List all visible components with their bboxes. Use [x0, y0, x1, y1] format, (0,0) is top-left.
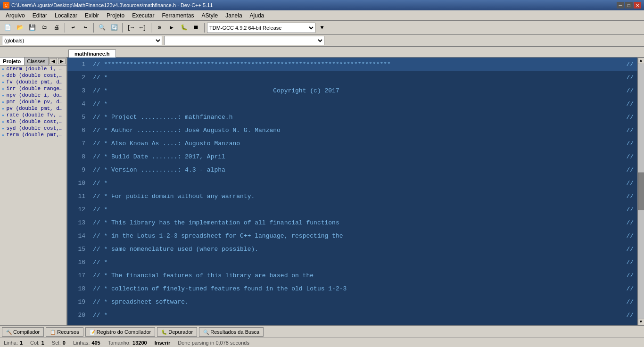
code-row-1[interactable]: 1// ************************************…	[67, 58, 637, 71]
separator-3	[122, 23, 123, 33]
line-content-11: // * For public domain without any warra…	[91, 190, 619, 203]
line-end-11: //	[619, 190, 637, 203]
print-button[interactable]: 🖨	[51, 22, 62, 33]
sidebar-item-7[interactable]: rate (double fv, do...	[0, 112, 66, 118]
line-end-10: //	[619, 176, 637, 190]
sidebar-item-6[interactable]: pv (double pmt, do...	[0, 105, 66, 112]
line-end-7: //	[619, 137, 637, 150]
menu-item-astyle[interactable]: AStyle	[198, 11, 222, 20]
compile-button[interactable]: ⚙	[154, 22, 165, 33]
bottom-tab-icon-2: 📝	[90, 330, 95, 335]
menu-item-ferramentas[interactable]: Ferramentas	[158, 11, 198, 20]
sidebar-item-8[interactable]: sln (double cost, do...	[0, 118, 66, 125]
code-row-5[interactable]: 5// * Project ..........: mathfinance.h …	[67, 110, 637, 124]
code-row-12[interactable]: 12// * //	[67, 203, 637, 216]
close-button[interactable]: ✕	[634, 2, 641, 8]
sidebar-item-4[interactable]: npv (double i, doub...	[0, 92, 66, 99]
save-button[interactable]: 💾	[26, 22, 38, 33]
globals-select[interactable]: (globals)	[2, 36, 162, 45]
compiler-select-arrow[interactable]: ▼	[316, 22, 328, 33]
sidebar-nav-right[interactable]: ▶	[58, 58, 66, 64]
run-button[interactable]: ▶	[166, 22, 177, 33]
find-button[interactable]: 🔍	[96, 22, 107, 33]
menu-item-ajuda[interactable]: Ajuda	[246, 11, 268, 20]
bottom-tab-1[interactable]: 📋Recursos	[46, 327, 83, 337]
line-number-10: 10	[67, 176, 91, 190]
minimize-button[interactable]: ─	[617, 2, 624, 8]
menu-item-projeto[interactable]: Projeto	[103, 11, 128, 20]
vertical-scrollbar[interactable]: ▲ ▼	[637, 58, 644, 325]
scope-select[interactable]	[164, 36, 324, 45]
code-row-18[interactable]: 18// * collection of finely-tuned featur…	[67, 282, 637, 295]
title-bar-left: C C:\Users\Augusto\Desktop\MathFinance12…	[3, 2, 213, 8]
code-row-7[interactable]: 7// * Also Known As ....: Augusto Manzan…	[67, 137, 637, 150]
bottom-tab-label-2: Registro do Compilador	[97, 329, 151, 335]
code-row-2[interactable]: 2// * //	[67, 71, 637, 84]
sidebar-item-1[interactable]: ddb (double cost, d...	[0, 72, 66, 79]
debug-button[interactable]: 🐛	[178, 22, 190, 33]
open-button[interactable]: 📂	[14, 22, 25, 33]
sidebar-item-3[interactable]: irr (double range[], ...	[0, 85, 66, 92]
code-row-17[interactable]: 17// * The financial features of this li…	[67, 269, 637, 282]
code-row-19[interactable]: 19// * spreadsheet software. //	[67, 295, 637, 308]
menu-item-executar[interactable]: Executar	[128, 11, 158, 20]
code-row-16[interactable]: 16// * //	[67, 256, 637, 269]
menu-item-exibir[interactable]: Exibir	[81, 11, 103, 20]
bottom-tab-0[interactable]: 🔨Compilador	[2, 327, 44, 337]
sidebar-tab-projeto[interactable]: Projeto	[0, 58, 25, 65]
title-bar: C C:\Users\Augusto\Desktop\MathFinance12…	[0, 0, 644, 10]
stop-button[interactable]: ⏹	[190, 22, 202, 33]
line-content-9: // * Version ..........: 4.3 - alpha	[91, 163, 619, 176]
code-row-20[interactable]: 20// * //	[67, 308, 637, 322]
line-content-8: // * Build Date .......: 2017, April	[91, 150, 619, 163]
code-row-3[interactable]: 3// * Copyright (c) 2017 //	[67, 84, 637, 97]
unindent-button[interactable]: ←]	[137, 22, 149, 33]
indent-button[interactable]: [→	[125, 22, 136, 33]
line-number-4: 4	[67, 97, 91, 110]
bottom-tab-label-4: Resultados da Busca	[210, 329, 259, 335]
menu-item-editar[interactable]: Editar	[29, 11, 51, 20]
sidebar-nav-left[interactable]: ◀	[50, 58, 57, 64]
sidebar-item-2[interactable]: fv (double pmt, dou...	[0, 79, 66, 85]
sidebar-item-5[interactable]: pmt (double pv, do...	[0, 99, 66, 105]
tab-mathfinance[interactable]: mathfinance.h	[68, 50, 116, 58]
code-row-9[interactable]: 9// * Version ..........: 4.3 - alpha //	[67, 163, 637, 176]
compiler-select[interactable]: TDM-GCC 4.9.2 64-bit Release	[207, 23, 315, 33]
code-row-8[interactable]: 8// * Build Date .......: 2017, April //	[67, 150, 637, 163]
editor-content[interactable]: 1// ************************************…	[67, 58, 637, 325]
line-end-9: //	[619, 163, 637, 176]
sidebar-item-10[interactable]: term (double pmt, ...	[0, 132, 66, 138]
code-row-14[interactable]: 14// * in the Lotus 1-2-3 spreadsheet fo…	[67, 229, 637, 242]
menu-item-janela[interactable]: Janela	[222, 11, 246, 20]
bottom-tab-2[interactable]: 📝Registro do Compilador	[85, 327, 156, 337]
code-row-15[interactable]: 15// * same nomenclature used (where pos…	[67, 242, 637, 256]
code-row-10[interactable]: 10// * //	[67, 176, 637, 190]
sidebar-tab-classes[interactable]: Classes	[25, 58, 49, 65]
col-value: 1	[41, 340, 44, 346]
bottom-tab-4[interactable]: 🔍Resultados da Busca	[199, 327, 264, 337]
code-row-6[interactable]: 6// * Author ...........: José Augusto N…	[67, 124, 637, 137]
undo-button[interactable]: ↩	[67, 22, 79, 33]
app-icon: C	[3, 2, 9, 8]
menu-item-arquivo[interactable]: Arquivo	[2, 11, 29, 20]
sidebar-item-0[interactable]: cterm (double i, d...	[0, 66, 66, 72]
bottom-tab-icon-3: 🐛	[161, 330, 167, 335]
line-label: Linha:	[4, 340, 18, 346]
redo-button[interactable]: ↪	[80, 22, 91, 33]
menu-item-localizar[interactable]: Localizar	[51, 11, 81, 20]
new-button[interactable]: 📄	[2, 22, 13, 33]
line-content-13: // * This library has the implementation…	[91, 216, 619, 229]
bottom-tab-3[interactable]: 🐛Depurador	[157, 327, 197, 337]
code-row-11[interactable]: 11// * For public domain without any war…	[67, 190, 637, 203]
save-all-button[interactable]: 🗂	[39, 22, 50, 33]
bottom-tab-label-3: Depurador	[168, 329, 193, 335]
code-row-4[interactable]: 4// * //	[67, 97, 637, 110]
maximize-button[interactable]: □	[625, 2, 633, 8]
sidebar-item-9[interactable]: syd (double cost, d...	[0, 125, 66, 132]
line-number-6: 6	[67, 124, 91, 137]
line-number-9: 9	[67, 163, 91, 176]
line-content-5: // * Project ..........: mathfinance.h	[91, 110, 619, 124]
code-row-13[interactable]: 13// * This library has the implementati…	[67, 216, 637, 229]
toolbar-secondary: (globals)	[0, 35, 644, 47]
replace-button[interactable]: 🔄	[108, 22, 120, 33]
